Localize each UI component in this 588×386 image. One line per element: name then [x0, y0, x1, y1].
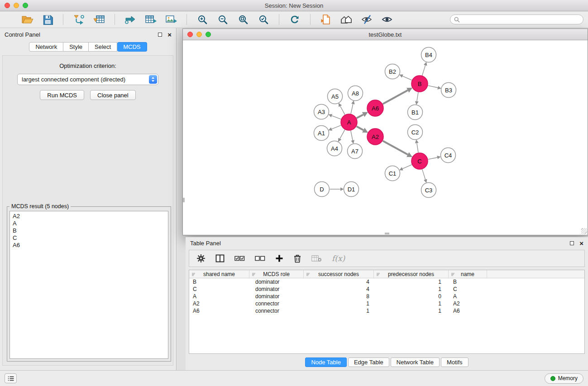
mcds-result-list[interactable]: A2ABCA6	[10, 211, 168, 359]
column-header-name[interactable]: name	[449, 270, 487, 278]
graphics-details-button[interactable]	[359, 13, 375, 26]
tab-style[interactable]: Style	[63, 42, 89, 52]
close-table-panel-icon[interactable]: ×	[579, 240, 583, 247]
graph-node-D1[interactable]: D1	[344, 182, 359, 197]
show-welcome-button[interactable]	[338, 13, 354, 26]
graph-edge-A-A1[interactable]	[332, 125, 341, 129]
column-header-successor-nodes[interactable]: successor nodes	[304, 270, 374, 278]
network-file-button[interactable]	[318, 13, 334, 26]
table-row[interactable]: Cdominator41C	[189, 286, 584, 293]
graph-node-A5[interactable]: A5	[328, 89, 343, 104]
minimize-network-window-button[interactable]	[196, 32, 202, 37]
network-window-titlebar[interactable]: testGlobe.txt	[183, 29, 588, 40]
export-table-button[interactable]	[143, 13, 159, 26]
graph-node-A8[interactable]: A8	[348, 86, 363, 101]
task-history-button[interactable]	[5, 373, 17, 383]
maximize-network-window-button[interactable]	[206, 32, 211, 37]
result-item[interactable]: A	[13, 220, 165, 227]
graph-edge-A-A5[interactable]	[340, 106, 345, 115]
graph-edge-B-B1[interactable]	[417, 92, 418, 101]
result-item[interactable]: C	[13, 234, 165, 242]
graph-node-A4[interactable]: A4	[327, 141, 342, 156]
tab-node-table[interactable]: Node Table	[305, 357, 347, 367]
float-panel-icon[interactable]	[158, 33, 162, 37]
graph-node-C4[interactable]: C4	[441, 148, 456, 163]
graph-edge-B-B2[interactable]	[402, 76, 411, 80]
graph-edge-A2-C[interactable]	[383, 141, 408, 154]
deselect-all-button[interactable]	[255, 255, 265, 262]
tab-network[interactable]: Network	[29, 42, 63, 52]
graph-node-A[interactable]: A	[341, 114, 357, 130]
show-hide-button[interactable]	[379, 13, 395, 26]
tab-network-table[interactable]: Network Table	[391, 357, 440, 367]
close-panel-button[interactable]: Close panel	[90, 90, 136, 100]
graph-edge-A-A8[interactable]	[351, 104, 353, 114]
import-table-button[interactable]	[91, 13, 107, 26]
graph-edge-A-A2[interactable]	[357, 126, 363, 130]
criterion-dropdown[interactable]: largest connected component (directed)	[17, 74, 158, 85]
graph-edge-A-A4[interactable]	[340, 130, 345, 139]
graph-node-C[interactable]: C	[411, 153, 428, 169]
graph-edge-A-A6[interactable]	[357, 114, 363, 118]
graph-node-C3[interactable]: C3	[421, 183, 436, 198]
graph-node-C2[interactable]: C2	[408, 125, 423, 140]
close-panel-icon[interactable]: ×	[167, 31, 172, 38]
result-item[interactable]: A6	[13, 242, 165, 249]
graph-node-A2[interactable]: A2	[367, 129, 383, 145]
table-row[interactable]: A6connector11A6	[189, 307, 584, 315]
graph-node-C1[interactable]: C1	[385, 166, 400, 181]
search-input[interactable]	[462, 16, 579, 23]
export-image-button[interactable]	[163, 13, 179, 26]
graph-edge-C-C2[interactable]	[417, 143, 418, 152]
graph-node-B1[interactable]: B1	[408, 105, 423, 120]
graph-node-A3[interactable]: A3	[314, 105, 329, 119]
import-network-button[interactable]	[71, 13, 87, 26]
graph-node-D[interactable]: D	[315, 182, 330, 197]
delete-column-button[interactable]	[293, 254, 301, 263]
zoom-fit-button[interactable]	[235, 13, 251, 26]
graph-node-B[interactable]: B	[411, 76, 428, 92]
maximize-window-button[interactable]	[23, 3, 28, 8]
graph-edge-A-A3[interactable]	[332, 116, 341, 119]
zoom-in-button[interactable]	[194, 13, 210, 26]
column-header-MCDS-role[interactable]: MCDS role	[249, 270, 304, 278]
add-column-button[interactable]	[275, 254, 283, 262]
table-row[interactable]: Bdominator41B	[189, 278, 584, 286]
run-mcds-button[interactable]: Run MCDS	[40, 90, 84, 100]
refresh-layout-button[interactable]	[287, 13, 303, 26]
tab-edge-table[interactable]: Edge Table	[348, 357, 389, 367]
search-box[interactable]	[450, 14, 583, 24]
float-table-panel-icon[interactable]	[570, 241, 574, 245]
table-row[interactable]: Adominator80A	[189, 293, 584, 300]
tab-mcds[interactable]: MCDS	[117, 42, 147, 52]
table-row[interactable]: A2connector11A2	[189, 300, 584, 307]
graph-node-A6[interactable]: A6	[367, 100, 383, 116]
select-all-button[interactable]	[234, 255, 245, 262]
memory-button[interactable]: Memory	[545, 373, 583, 384]
graph-edge-B-B3[interactable]	[428, 86, 438, 88]
graph-node-B2[interactable]: B2	[385, 64, 400, 79]
close-window-button[interactable]	[5, 3, 10, 8]
show-columns-button[interactable]	[215, 254, 225, 262]
table-settings-button[interactable]	[196, 254, 206, 263]
graph-edge-C-C4[interactable]	[428, 157, 437, 159]
graph-edge-C-C3[interactable]	[422, 169, 425, 179]
graph-edge-A6-B[interactable]	[383, 90, 408, 104]
tab-motifs[interactable]: Motifs	[441, 357, 468, 367]
graph-edge-A-A7[interactable]	[351, 131, 353, 140]
graph-node-B4[interactable]: B4	[421, 48, 436, 62]
close-network-window-button[interactable]	[187, 32, 193, 37]
graph-edge-B-B4[interactable]	[422, 65, 425, 75]
column-header-shared-name[interactable]: shared name	[189, 270, 249, 278]
minimize-window-button[interactable]	[14, 3, 19, 8]
graph-node-A1[interactable]: A1	[314, 126, 329, 141]
zoom-out-button[interactable]	[215, 13, 231, 26]
column-header-predecessor-nodes[interactable]: predecessor nodes	[374, 270, 449, 278]
resize-grip[interactable]	[581, 228, 587, 234]
result-item[interactable]: A2	[13, 213, 165, 220]
export-network-button[interactable]	[122, 13, 139, 26]
tab-select[interactable]: Select	[89, 42, 117, 52]
open-session-button[interactable]	[19, 13, 35, 26]
graph-node-B3[interactable]: B3	[441, 83, 456, 98]
save-session-button[interactable]	[39, 13, 56, 26]
